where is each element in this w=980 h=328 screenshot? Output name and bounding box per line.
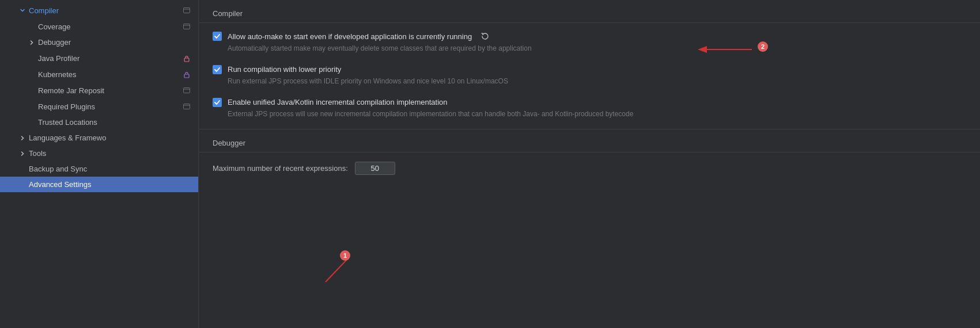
sidebar-item-label: Compiler	[29, 6, 179, 15]
sidebar-item-label: Backup and Sync	[29, 165, 191, 173]
debugger-input-row: Maximum number of recent expressions:	[199, 155, 980, 182]
sidebar-item-label: Kubernetes	[38, 70, 179, 79]
debugger-section-header: Debugger	[199, 129, 980, 152]
svg-line-10	[326, 258, 349, 282]
sidebar-item-label: Languages & Framewo	[29, 134, 191, 142]
svg-rect-6	[184, 88, 190, 93]
spacer	[28, 22, 36, 30]
sidebar-item-advanced-settings[interactable]: Advanced Settings	[0, 177, 198, 192]
auto-make-description: Automatically started make may eventuall…	[213, 41, 966, 57]
spacer	[28, 102, 36, 110]
annotation-badge-1: 1	[340, 250, 350, 261]
reset-icon[interactable]	[480, 31, 490, 41]
sidebar-item-kubernetes[interactable]: Kubernetes	[0, 66, 198, 82]
window-icon	[182, 6, 191, 15]
spacer	[28, 119, 36, 127]
sidebar-item-remote-jar[interactable]: Remote Jar Reposit	[0, 82, 198, 98]
sidebar-item-compiler[interactable]: Compiler	[0, 2, 198, 18]
sidebar-item-debugger[interactable]: Debugger	[0, 35, 198, 50]
auto-make-checkbox[interactable]	[213, 32, 222, 41]
svg-rect-8	[184, 104, 190, 109]
svg-rect-5	[184, 74, 189, 78]
svg-rect-4	[184, 58, 189, 62]
setting-main-row: Enable unified Java/Kotlin incremental c…	[213, 98, 966, 107]
lock-icon	[182, 54, 191, 63]
debugger-input[interactable]	[355, 162, 395, 175]
lower-priority-checkbox[interactable]	[213, 65, 222, 74]
window-icon	[182, 22, 191, 31]
unified-kotlin-description: External JPS process will use new increm…	[213, 107, 966, 123]
sidebar-item-coverage[interactable]: Coverage	[0, 18, 198, 35]
sidebar-item-label: Debugger	[38, 38, 191, 47]
lower-priority-description: Run external JPS process with IDLE prior…	[213, 74, 966, 90]
unified-kotlin-label: Enable unified Java/Kotlin incremental c…	[228, 98, 448, 106]
spacer	[28, 86, 36, 94]
sidebar-item-tools[interactable]: Tools	[0, 146, 198, 161]
sidebar-item-label: Trusted Locations	[38, 118, 191, 127]
main-content: Compiler Allow auto-make to start even i…	[199, 0, 980, 328]
compiler-section-header: Compiler	[199, 0, 980, 23]
lock-icon	[182, 70, 191, 79]
setting-lower-priority: Run compilation with lower priority Run …	[199, 59, 980, 92]
sidebar-item-label: Java Profiler	[38, 54, 179, 63]
spacer	[18, 181, 27, 189]
sidebar-item-label: Required Plugins	[38, 102, 179, 111]
sidebar-item-backup-sync[interactable]: Backup and Sync	[0, 161, 198, 177]
sidebar-item-label: Tools	[29, 149, 191, 158]
spacer	[28, 70, 36, 78]
sidebar-item-label: Advanced Settings	[29, 180, 191, 189]
sidebar-item-languages-frameworks[interactable]: Languages & Framewo	[0, 130, 198, 146]
window-icon	[182, 86, 191, 95]
setting-main-row: Run compilation with lower priority	[213, 65, 966, 74]
sidebar-item-trusted-locations[interactable]: Trusted Locations	[0, 115, 198, 130]
chevron-icon	[28, 39, 36, 47]
spacer	[28, 54, 36, 62]
chevron-icon	[18, 134, 27, 142]
annotation-badge-2: 2	[758, 41, 768, 52]
setting-main-row: Allow auto-make to start even if develop…	[213, 31, 966, 41]
spacer	[18, 165, 27, 173]
window-icon	[182, 102, 191, 111]
sidebar-item-label: Remote Jar Reposit	[38, 86, 179, 95]
debugger-input-label: Maximum number of recent expressions:	[213, 164, 348, 173]
setting-auto-make: Allow auto-make to start even if develop…	[199, 25, 980, 59]
sidebar-item-required-plugins[interactable]: Required Plugins	[0, 98, 198, 115]
chevron-icon	[18, 150, 27, 158]
setting-unified-kotlin: Enable unified Java/Kotlin incremental c…	[199, 92, 980, 125]
svg-rect-0	[184, 8, 190, 13]
lower-priority-label: Run compilation with lower priority	[228, 65, 341, 74]
sidebar-item-label: Coverage	[38, 22, 179, 31]
unified-kotlin-checkbox[interactable]	[213, 98, 222, 107]
svg-rect-2	[184, 24, 190, 29]
debugger-section: Debugger Maximum number of recent expres…	[199, 129, 980, 182]
sidebar: Compiler Coverage Debugger Java	[0, 0, 199, 328]
sidebar-item-java-profiler[interactable]: Java Profiler	[0, 50, 198, 66]
chevron-icon	[18, 6, 27, 14]
auto-make-label: Allow auto-make to start even if develop…	[228, 32, 472, 41]
